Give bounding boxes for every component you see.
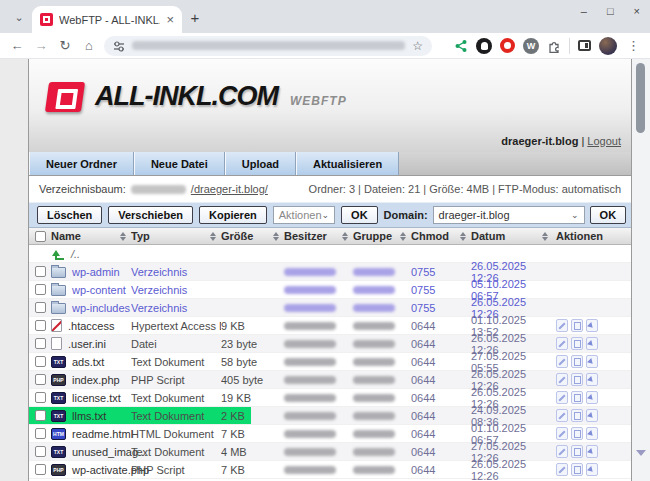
file-name-link[interactable]: .htaccess [68,320,114,332]
chmod-link[interactable]: 0644 [411,446,435,458]
column-header-name[interactable]: Name [51,228,131,244]
chmod-link[interactable]: 0644 [411,392,435,404]
download-file-icon[interactable] [586,445,598,458]
chmod-link[interactable]: 0644 [411,356,435,368]
red-extension-icon[interactable] [500,38,515,53]
row-checkbox[interactable] [35,356,46,367]
profile-avatar[interactable] [599,37,617,55]
chmod-link[interactable]: 0644 [411,320,435,332]
chmod-link[interactable]: 0644 [411,410,435,422]
sort-icon[interactable] [400,232,406,241]
new-folder-button[interactable]: Neuer Ordner [29,152,134,175]
file-name-link[interactable]: wp-admin [72,266,120,278]
file-name-link[interactable]: .user.ini [68,338,106,350]
chmod-link[interactable]: 0644 [411,464,435,476]
logout-link[interactable]: Logout [587,135,621,147]
chmod-link[interactable]: 0755 [411,266,435,278]
extensions-puzzle-icon[interactable] [547,39,561,53]
row-checkbox[interactable] [35,446,46,457]
download-file-icon[interactable] [586,391,598,404]
row-checkbox[interactable] [35,284,46,295]
edit-file-icon[interactable] [556,427,568,440]
download-file-icon[interactable] [586,373,598,386]
file-name-link[interactable]: index.php [72,374,120,386]
new-tab-icon[interactable]: + [182,9,208,26]
wordpress-extension-icon[interactable]: W [523,38,539,54]
chmod-link[interactable]: 0644 [411,338,435,350]
view-file-icon[interactable] [571,463,583,476]
table-row[interactable]: PHP wp-activate.php PHP Script 7 KB 0644… [29,461,631,479]
column-header-gruppe[interactable]: Gruppe [353,228,411,244]
view-file-icon[interactable] [571,319,583,332]
move-button[interactable]: Verschieben [108,206,193,224]
row-checkbox[interactable] [35,320,46,331]
download-file-icon[interactable] [586,319,598,332]
file-name-link[interactable]: wp-content [72,284,126,296]
view-file-icon[interactable] [571,409,583,422]
file-name-link[interactable]: /.. [71,248,80,260]
domain-select[interactable]: draeger-it.blog ⌄ [433,206,585,224]
new-file-button[interactable]: Neue Datei [134,152,225,175]
refresh-button[interactable]: Aktualisieren [296,152,399,175]
side-panel-icon[interactable] [578,40,591,51]
sort-icon[interactable] [542,232,548,241]
sort-icon[interactable] [273,232,279,241]
row-checkbox[interactable] [35,428,46,439]
file-name-link[interactable]: readme.html [72,428,133,440]
edit-file-icon[interactable] [556,373,568,386]
download-file-icon[interactable] [586,337,598,350]
row-checkbox[interactable] [35,464,46,475]
scrollbar-track[interactable] [632,59,650,481]
reload-icon[interactable]: ↻ [56,38,74,53]
view-file-icon[interactable] [571,445,583,458]
site-settings-icon[interactable] [113,40,125,52]
column-header-gre[interactable]: Größe [221,228,284,244]
maximize-icon[interactable]: □ [607,5,614,17]
edit-file-icon[interactable] [556,319,568,332]
view-file-icon[interactable] [571,373,583,386]
row-checkbox[interactable] [35,374,46,385]
scrollbar-thumb[interactable] [636,63,645,133]
domain-ok-button[interactable]: OK [590,206,627,224]
forward-icon[interactable]: → [32,38,50,53]
chmod-link[interactable]: 0644 [411,374,435,386]
back-icon[interactable]: ← [8,38,26,53]
file-name-link[interactable]: llms.txt [72,410,106,422]
file-name-link[interactable]: license.txt [72,392,121,404]
download-file-icon[interactable] [586,409,598,422]
chmod-link[interactable]: 0755 [411,284,435,296]
column-header-datum[interactable]: Datum [471,228,553,244]
sort-icon[interactable] [342,232,348,241]
row-checkbox[interactable] [35,302,46,313]
browser-tab[interactable]: WebFTP - ALL-INKL.COM × [32,6,182,33]
edit-file-icon[interactable] [556,463,568,476]
sort-icon[interactable] [460,232,466,241]
chmod-link[interactable]: 0644 [411,428,435,440]
file-name-link[interactable]: wp-includes [72,302,130,314]
row-checkbox[interactable] [35,392,46,403]
sort-icon[interactable] [120,232,126,241]
edit-file-icon[interactable] [556,409,568,422]
view-file-icon[interactable] [571,355,583,368]
upload-button[interactable]: Upload [225,152,296,175]
tree-path-link[interactable]: /draeger-it.blog/ [191,183,268,195]
close-icon[interactable]: × [634,5,640,17]
tab-search-icon[interactable]: ⌄ [8,6,30,28]
share-icon[interactable] [454,39,468,53]
sort-icon[interactable] [210,232,216,241]
scroll-down-icon[interactable] [636,450,646,461]
copy-button[interactable]: Kopieren [199,206,267,224]
column-header-aktionen[interactable]: Aktionen [553,228,633,244]
browser-menu-icon[interactable]: ⋮ [625,38,642,53]
actions-ok-button[interactable]: OK [341,206,378,224]
download-file-icon[interactable] [586,427,598,440]
download-file-icon[interactable] [586,355,598,368]
download-file-icon[interactable] [586,463,598,476]
view-file-icon[interactable] [571,391,583,404]
row-checkbox[interactable] [35,266,46,277]
edit-file-icon[interactable] [556,391,568,404]
actions-select[interactable]: Aktionen ⌄ [273,206,335,224]
view-file-icon[interactable] [571,337,583,350]
edit-file-icon[interactable] [556,355,568,368]
column-header-typ[interactable]: Typ [131,228,221,244]
